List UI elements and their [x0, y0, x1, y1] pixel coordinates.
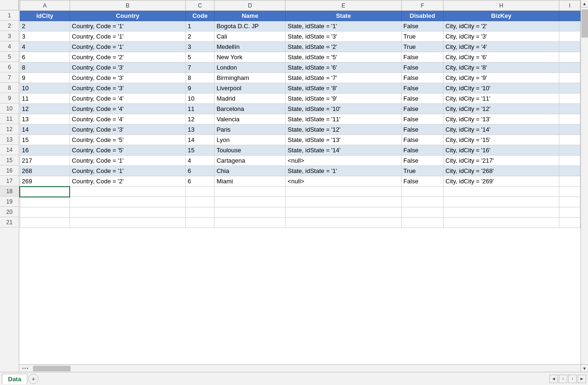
cell-r9-c8[interactable] — [559, 94, 580, 104]
cell-r20-c8[interactable] — [559, 207, 580, 218]
cell-r17-c8[interactable] — [559, 176, 580, 187]
cell-r21-c0[interactable] — [20, 218, 70, 228]
cell-r1-c5[interactable]: Disabled — [401, 11, 444, 21]
cell-r14-c3[interactable]: Toulouse — [215, 145, 286, 156]
cell-r17-c2[interactable]: 6 — [185, 176, 215, 187]
cell-r13-c4[interactable]: State, idState = '13' — [286, 135, 401, 145]
cell-r12-c3[interactable]: Paris — [215, 125, 286, 135]
cell-r21-c2[interactable] — [185, 218, 215, 228]
cell-r17-c4[interactable]: <null> — [286, 176, 401, 187]
row-number-12[interactable]: 12 — [0, 124, 19, 134]
vertical-scrollbar[interactable]: ▲ ▼ — [580, 0, 588, 372]
cell-r3-c8[interactable] — [559, 31, 580, 42]
cell-r13-c7[interactable]: City, idCity = '15' — [444, 135, 559, 145]
row-number-7[interactable]: 7 — [0, 72, 19, 83]
cell-r8-c3[interactable]: Liverpool — [215, 83, 286, 94]
cell-r7-c4[interactable]: State, idState = '7' — [286, 73, 401, 83]
row-number-4[interactable]: 4 — [0, 41, 19, 52]
row-number-6[interactable]: 6 — [0, 62, 19, 72]
cell-r2-c8[interactable] — [559, 21, 580, 31]
cell-r19-c4[interactable] — [286, 197, 401, 207]
cell-r10-c4[interactable]: State, idState = '10' — [286, 104, 401, 114]
cell-r11-c4[interactable]: State, idState = '11' — [286, 114, 401, 125]
cell-r4-c3[interactable]: Medellín — [215, 42, 286, 52]
cell-r5-c8[interactable] — [559, 52, 580, 63]
row-number-19[interactable]: 19 — [0, 196, 19, 207]
scroll-down-arrow[interactable]: ▼ — [581, 364, 588, 372]
cell-r10-c3[interactable]: Barcelona — [215, 104, 286, 114]
cell-r4-c7[interactable]: City, idCity = '4' — [444, 42, 559, 52]
cell-r8-c7[interactable]: City, idCity = '10' — [444, 83, 559, 94]
cell-r12-c0[interactable]: 14 — [20, 125, 70, 135]
cell-r16-c7[interactable]: City, idCity = '268' — [444, 166, 559, 176]
cell-r11-c3[interactable]: Valencia — [215, 114, 286, 125]
cell-r7-c8[interactable] — [559, 73, 580, 83]
sheet-tab-data[interactable]: Data — [2, 374, 27, 384]
cell-r13-c0[interactable]: 15 — [20, 135, 70, 145]
cell-r9-c7[interactable]: City, idCity = '11' — [444, 94, 559, 104]
nav-last-button[interactable]: ► — [578, 375, 586, 383]
vertical-scroll-thumb[interactable] — [581, 9, 588, 38]
cell-r1-c7[interactable]: BizKey — [444, 11, 559, 21]
row-number-8[interactable]: 8 — [0, 83, 19, 93]
horizontal-scroll-thumb[interactable] — [33, 366, 71, 371]
cell-r8-c0[interactable]: 10 — [20, 83, 70, 94]
cell-r6-c1[interactable]: Country, Code = '3' — [70, 63, 185, 73]
cell-r7-c2[interactable]: 8 — [185, 73, 215, 83]
cell-r19-c0[interactable] — [20, 197, 70, 207]
cell-r6-c3[interactable]: London — [215, 63, 286, 73]
row-number-20[interactable]: 20 — [0, 207, 19, 217]
cell-r10-c0[interactable]: 12 — [20, 104, 70, 114]
cell-r11-c7[interactable]: City, idCity = '13' — [444, 114, 559, 125]
cell-r15-c2[interactable]: 4 — [185, 156, 215, 166]
cell-r1-c0[interactable]: idCity — [20, 11, 70, 21]
cell-r12-c5[interactable]: False — [401, 125, 444, 135]
cell-r5-c0[interactable]: 6 — [20, 52, 70, 63]
cell-r16-c4[interactable]: State, idState = '1' — [286, 166, 401, 176]
cell-r4-c5[interactable]: True — [401, 42, 444, 52]
col-header-I[interactable]: I — [559, 0, 580, 11]
row-number-17[interactable]: 17 — [0, 176, 19, 186]
cell-r16-c3[interactable]: Chia — [215, 166, 286, 176]
cell-r10-c8[interactable] — [559, 104, 580, 114]
cell-r7-c1[interactable]: Country, Code = '3' — [70, 73, 185, 83]
cell-r1-c1[interactable]: Country — [70, 11, 185, 21]
cell-r12-c1[interactable]: Country, Code = '3' — [70, 125, 185, 135]
cell-r20-c1[interactable] — [70, 207, 185, 218]
cell-r15-c7[interactable]: City, idCity = '217' — [444, 156, 559, 166]
cell-r2-c4[interactable]: State, idState = '1' — [286, 21, 401, 31]
cell-r15-c3[interactable]: Cartagena — [215, 156, 286, 166]
cell-r18-c5[interactable] — [401, 187, 444, 197]
cell-r14-c4[interactable]: State, idState = '14' — [286, 145, 401, 156]
cell-r1-c8[interactable] — [559, 11, 580, 21]
row-number-3[interactable]: 3 — [0, 31, 19, 41]
cell-r21-c7[interactable] — [444, 218, 559, 228]
cell-r19-c3[interactable] — [215, 197, 286, 207]
cell-r16-c8[interactable] — [559, 166, 580, 176]
cell-r14-c8[interactable] — [559, 145, 580, 156]
cell-r5-c2[interactable]: 5 — [185, 52, 215, 63]
cell-r6-c4[interactable]: State, idState = '6' — [286, 63, 401, 73]
cell-r1-c3[interactable]: Name — [215, 11, 286, 21]
cell-r6-c0[interactable]: 8 — [20, 63, 70, 73]
cell-r15-c4[interactable]: <null> — [286, 156, 401, 166]
cell-r5-c1[interactable]: Country, Code = '2' — [70, 52, 185, 63]
col-header-D[interactable]: D — [215, 0, 286, 11]
cell-r17-c5[interactable]: False — [401, 176, 444, 187]
cell-r9-c4[interactable]: State, idState = '9' — [286, 94, 401, 104]
row-number-9[interactable]: 9 — [0, 93, 19, 103]
cell-r3-c2[interactable]: 2 — [185, 31, 215, 42]
cell-r14-c2[interactable]: 15 — [185, 145, 215, 156]
cell-r7-c0[interactable]: 9 — [20, 73, 70, 83]
cell-r6-c8[interactable] — [559, 63, 580, 73]
col-header-C[interactable]: C — [185, 0, 215, 11]
cell-r10-c2[interactable]: 11 — [185, 104, 215, 114]
cell-r2-c2[interactable]: 1 — [185, 21, 215, 31]
cell-r14-c0[interactable]: 16 — [20, 145, 70, 156]
cell-r3-c1[interactable]: Country, Code = '1' — [70, 31, 185, 42]
cell-r20-c5[interactable] — [401, 207, 444, 218]
nav-prev-button[interactable]: ‹ — [559, 375, 567, 383]
cell-r18-c8[interactable] — [559, 187, 580, 197]
cell-r9-c1[interactable]: Country, Code = '4' — [70, 94, 185, 104]
cell-r21-c3[interactable] — [215, 218, 286, 228]
